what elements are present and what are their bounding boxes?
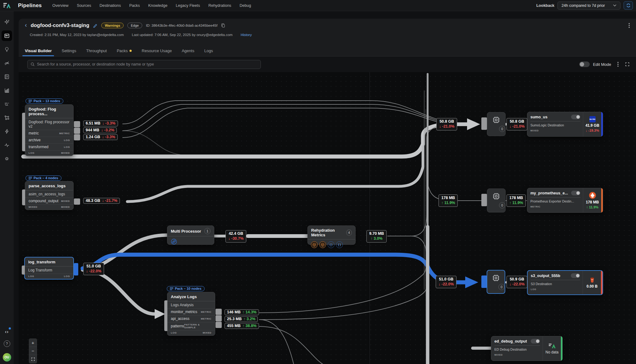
pack-cube-icon <box>311 241 318 248</box>
chip-input-port <box>481 117 487 130</box>
history-link[interactable]: History <box>241 33 252 37</box>
pipeline-graph-icon[interactable] <box>2 112 12 123</box>
throughput-label[interactable]: 146 MB↑ 14.3% <box>225 309 259 315</box>
pack-icon <box>29 100 32 102</box>
destination-prometheus[interactable]: my_prometheus_e... Prometheus Exporter D… <box>527 188 603 213</box>
header-kebab-menu[interactable] <box>629 23 630 28</box>
throughput-label[interactable]: 455 MB↑ 38.8% <box>225 323 259 329</box>
ai-sparkles-icon[interactable] <box>2 17 12 27</box>
settings-gear-icon[interactable] <box>2 153 12 164</box>
rehydration-metrics-node[interactable]: Rehydration Metrics 4 ( ) ( ) <box>307 225 356 245</box>
tab-agents[interactable]: Agents <box>181 46 195 56</box>
compactor-chip-node[interactable]: 0 <box>487 112 506 136</box>
tab-settings[interactable]: Settings <box>61 46 77 56</box>
zoom-out-button[interactable]: − <box>29 347 37 355</box>
fit-view-button[interactable] <box>29 355 37 363</box>
compactor-chip-node[interactable]: 0 <box>487 189 506 212</box>
throughput-label[interactable]: 1.24 GB↓ -3.3% <box>83 134 118 140</box>
pack-badge-parse-access[interactable]: Pack – 4 nodes <box>25 175 61 181</box>
sidebar-collapse-button[interactable]: ‹› <box>5 329 9 334</box>
nav-overview[interactable]: Overview <box>52 3 68 8</box>
pack-badge-analyze-logs[interactable]: Pack – 10 nodes <box>167 286 205 291</box>
warnings-badge[interactable]: Warnings <box>101 23 124 28</box>
pack-badge-flog[interactable]: Pack – 13 nodes <box>25 98 63 104</box>
throughput-label[interactable]: 9.70 MB↑ 3.0% <box>366 230 387 243</box>
output-port <box>216 315 222 321</box>
nav-legacy-fleets[interactable]: Legacy Fleets <box>176 3 200 8</box>
log-transform-node[interactable]: log_transform Log Transform LOGLOG <box>24 257 74 280</box>
edit-pencil-icon[interactable] <box>93 23 98 28</box>
zoom-in-button[interactable]: + <box>29 339 37 347</box>
tab-throughput[interactable]: Throughput <box>85 46 107 56</box>
nav-knowledge[interactable]: Knowledge <box>148 3 167 8</box>
destination-s3[interactable]: s3_output_555b S3 Destination LOG 0.00 B <box>527 270 603 295</box>
activity-pulse-icon[interactable] <box>2 140 12 150</box>
input-port <box>164 300 167 331</box>
nav-packs[interactable]: Packs <box>129 3 140 8</box>
dashboard-gauge-icon[interactable] <box>2 58 12 68</box>
throughput-label[interactable]: 50.9 GB↓ -22.0% <box>507 276 527 288</box>
refresh-button[interactable] <box>624 1 633 10</box>
destination-toggle[interactable] <box>571 273 580 278</box>
pipeline-id: ID: 38643b3e-4fec-40b0-8da6-ac4345bee45f <box>146 24 217 27</box>
throughput-label[interactable]: 178 MB↑ 11.9% <box>438 194 458 207</box>
input-port <box>22 113 25 151</box>
throughput-label[interactable]: 50.8 GB↓ -21.0% <box>436 118 457 130</box>
multi-processor-node[interactable]: Multi Processor 1 <box>167 225 214 245</box>
main-area: ‹ dogfood-confv3-staging Warnings Edge I… <box>14 11 636 364</box>
notebook-icon[interactable] <box>2 71 12 82</box>
search-input[interactable] <box>37 62 258 66</box>
throughput-label[interactable]: 178 MB↑ 11.9% <box>507 194 526 207</box>
logs-lines-icon[interactable] <box>2 99 12 109</box>
nav-sources[interactable]: Sources <box>77 3 91 8</box>
pack-node-flog-processor[interactable]: Dogfood: Flog process... Dogfood: Flog p… <box>25 104 74 156</box>
destination-toggle[interactable] <box>571 115 580 119</box>
top-nav: Overview Sources Destinations Packs Know… <box>52 3 251 8</box>
nav-destinations[interactable]: Destinations <box>99 3 121 8</box>
output-port-selected <box>74 263 78 275</box>
throughput-label[interactable]: 42.4 GB↓ -30.7% <box>225 230 246 243</box>
destination-toggle[interactable] <box>531 339 540 344</box>
copy-icon[interactable] <box>221 23 225 28</box>
edit-mode-toggle[interactable] <box>579 61 590 67</box>
user-avatar[interactable]: OU <box>3 353 11 362</box>
sidebar-item-pipelines[interactable] <box>2 30 12 41</box>
throughput-label[interactable]: 51.0 GB↓ -22.0% <box>83 263 104 275</box>
nav-debug[interactable]: Debug <box>240 3 251 8</box>
metrics-barchart-icon[interactable] <box>2 85 12 96</box>
destination-accent <box>601 271 602 294</box>
automations-bolt-icon[interactable] <box>2 126 12 137</box>
tab-packs[interactable]: Packs <box>116 46 132 56</box>
throughput-label[interactable]: 25.3 MB↑ 3.2% <box>225 316 258 322</box>
tab-logs[interactable]: Logs <box>204 46 214 56</box>
destination-sumologic[interactable]: sumo_us SumoLogic Destination MIXED su m… <box>527 112 603 137</box>
fullscreen-icon[interactable] <box>625 62 630 67</box>
lookback-select[interactable]: 24h compared to 7d prior <box>557 2 620 10</box>
chip-count-badge: 0 <box>499 126 505 132</box>
pack-node-parse-access-logs[interactable]: parse_access_logs asim_cn_access_logs co… <box>25 181 74 210</box>
tab-visual-builder[interactable]: Visual Builder <box>24 46 52 56</box>
graph-kebab-menu[interactable] <box>617 62 619 67</box>
throughput-label[interactable]: 51.0 GB↓ -22.0% <box>436 276 457 288</box>
destination-ed-debug[interactable]: ed_debug_output ED Debug Destination MIX… <box>491 336 563 361</box>
throughput-label[interactable]: 944 MB↓ -3.2% <box>83 127 117 133</box>
pack-node-analyze-logs[interactable]: Analyze Logs Logs Analysis monitor_metri… <box>167 292 215 336</box>
throughput-label[interactable]: 6.51 MB↓ -3.3% <box>83 121 118 126</box>
throughput-label[interactable]: 48.3 GB↓ -21.7% <box>83 198 120 204</box>
canvas-zoom-controls: + − <box>29 339 37 363</box>
help-button[interactable]: ? <box>4 340 10 347</box>
input-port <box>22 266 25 275</box>
tab-resource-usage[interactable]: Resource Usage <box>141 46 172 56</box>
nav-rehydrations[interactable]: Rehydrations <box>208 3 231 8</box>
pipeline-canvas[interactable]: Pack – 13 nodes Dogfood: Flog process...… <box>19 72 636 364</box>
back-button[interactable]: ‹ <box>25 22 27 28</box>
output-port <box>74 128 80 134</box>
braces-icon: ( ) <box>328 241 334 248</box>
compactor-chip-node-selected[interactable]: 0 <box>487 270 505 294</box>
insights-lightbulb-icon[interactable] <box>2 44 12 55</box>
destination-toggle[interactable] <box>571 191 580 195</box>
throughput-label[interactable]: 50.8 GB↓ -21.0% <box>507 118 527 130</box>
app-title: Pipelines <box>18 2 42 9</box>
node-search[interactable] <box>27 60 261 69</box>
created-text: Created: 2:31 PM, May 12, 2023 by taylan… <box>30 33 124 37</box>
